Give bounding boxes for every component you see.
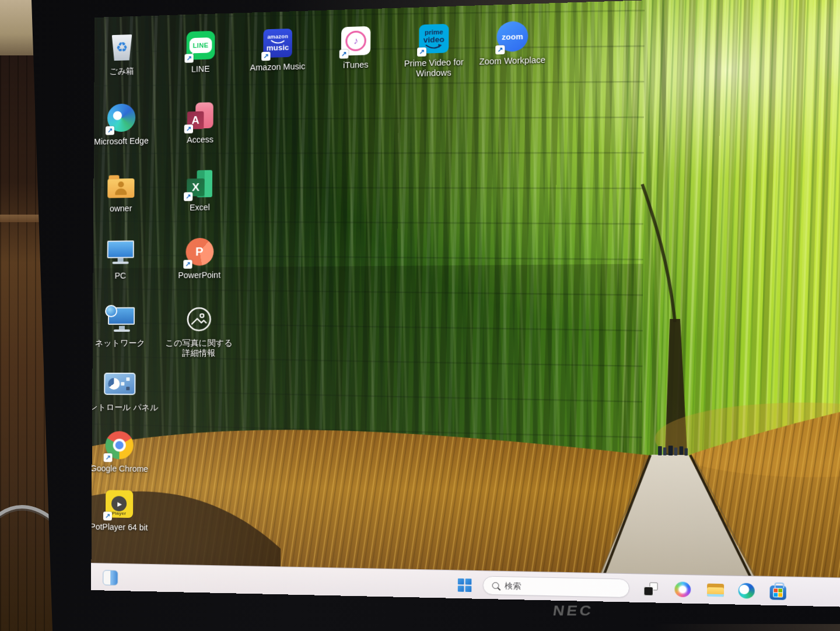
desktop-icon-itunes[interactable]: ♪ ↗ iTunes: [318, 23, 394, 72]
desktop-icon-label: PowerPoint: [163, 270, 236, 281]
desktop-icon-label: owner: [91, 203, 157, 214]
desktop-icon-label: Amazon Music: [240, 61, 315, 73]
desktop-icon-label: ごみ箱: [91, 65, 158, 77]
user-folder-icon: [91, 168, 158, 202]
screen: ♻ ごみ箱 LINE ↗ LINE amazon music ↗: [91, 0, 840, 612]
desktop-icon-label: Prime Video for Windows: [396, 57, 473, 80]
shortcut-arrow-icon: ↗: [184, 54, 193, 63]
copilot-icon: [674, 581, 691, 597]
desktop-icon-label: Microsoft Edge: [91, 136, 158, 148]
desktop-icon-photo-info[interactable]: この写真に関する詳細情報: [162, 303, 236, 358]
desktop-icon-label: Google Chrome: [91, 464, 156, 474]
potplayer-icon: ▶ Player ↗: [91, 487, 155, 521]
shortcut-arrow-icon: ↗: [340, 50, 349, 59]
search-icon: [492, 582, 499, 589]
store-icon: [770, 586, 786, 600]
shortcut-arrow-icon: ↗: [103, 453, 112, 462]
amazon-music-icon: amazon music ↗: [240, 26, 315, 61]
floor: [653, 624, 840, 631]
pc-monitor-icon: [91, 236, 157, 269]
desktop-icon-label: この写真に関する詳細情報: [162, 338, 236, 359]
task-view-button[interactable]: [641, 580, 660, 598]
shortcut-arrow-icon: ↗: [106, 126, 114, 135]
network-icon: [91, 303, 156, 336]
control-panel-icon: [91, 367, 156, 400]
widgets-icon: [103, 570, 118, 586]
desktop-icon-label: PotPlayer 64 bit: [91, 522, 155, 533]
access-icon: A ↗: [163, 99, 237, 133]
globe-icon: [105, 305, 117, 317]
desktop-icon-powerpoint[interactable]: P ↗ PowerPoint: [163, 234, 236, 281]
photo-of-monitor: ♻ ごみ箱 LINE ↗ LINE amazon music ↗: [0, 0, 840, 631]
desktop-icon-excel[interactable]: X ↗ Excel: [163, 167, 236, 213]
desktop-icon-label: PC: [91, 271, 157, 281]
desktop-icon-google-chrome[interactable]: ↗ Google Chrome: [91, 429, 156, 474]
powerpoint-icon: P ↗: [163, 234, 236, 268]
line-icon: LINE ↗: [164, 28, 237, 63]
desktop-icon-microsoft-edge[interactable]: ↗ Microsoft Edge: [91, 100, 158, 147]
chrome-icon: ↗: [91, 429, 156, 462]
desktop-icon-control-panel[interactable]: コントロール パネル: [91, 367, 156, 413]
play-icon: ▶: [111, 496, 127, 511]
desktop-icon-label: Access: [163, 134, 237, 146]
widgets-button[interactable]: [102, 569, 118, 586]
desktop-icon-label: ネットワーク: [91, 338, 156, 348]
copilot-button[interactable]: [673, 580, 692, 598]
file-explorer-button[interactable]: [706, 581, 725, 599]
windows-logo-icon: [457, 578, 471, 591]
microsoft-store-button[interactable]: [768, 582, 788, 601]
shortcut-arrow-icon: ↗: [103, 511, 112, 520]
desktop-icon-network[interactable]: ネットワーク: [91, 303, 156, 348]
picture-info-icon: [162, 303, 236, 336]
edge-button[interactable]: [737, 581, 756, 600]
edge-icon: ↗: [91, 100, 158, 135]
desktop-icon-zoom-workplace[interactable]: zoom ↗ Zoom Workplace: [474, 18, 552, 67]
desktop-icon-label: コントロール パネル: [91, 402, 164, 413]
shortcut-arrow-icon: ↗: [183, 260, 192, 269]
desktop-icon-amazon-music[interactable]: amazon music ↗ Amazon Music: [240, 26, 315, 73]
desktop-icon-access[interactable]: A ↗ Access: [163, 99, 237, 146]
desktop-icon-label: Excel: [163, 202, 236, 213]
start-button[interactable]: [455, 576, 473, 594]
monitor-brand-logo: NEC: [552, 603, 594, 619]
desktop-icon-label: Zoom Workplace: [474, 55, 552, 67]
taskbar-search[interactable]: 検索: [482, 576, 629, 598]
desktop-icon-recycle-bin[interactable]: ♻ ごみ箱: [91, 30, 158, 78]
itunes-icon: ♪ ↗: [318, 23, 394, 59]
shortcut-arrow-icon: ↗: [184, 192, 192, 201]
search-placeholder: 検索: [505, 580, 521, 591]
desktop-icon-label: iTunes: [318, 59, 394, 71]
shortcut-arrow-icon: ↗: [261, 52, 271, 61]
folder-icon: [706, 584, 723, 597]
desktop-icon-prime-video[interactable]: prime video ↗ Prime Video for Windows: [396, 21, 473, 80]
desktop-icon-owner-folder[interactable]: owner: [91, 168, 158, 214]
zoom-icon: zoom ↗: [474, 18, 552, 54]
task-view-icon: [643, 582, 657, 596]
desktop-icon-pc[interactable]: PC: [91, 236, 157, 281]
edge-icon: [738, 583, 755, 599]
prime-smile-icon: [425, 43, 443, 49]
desktop-icon-potplayer[interactable]: ▶ Player ↗ PotPlayer 64 bit: [91, 487, 155, 533]
shortcut-arrow-icon: ↗: [495, 45, 505, 54]
shortcut-arrow-icon: ↗: [417, 47, 426, 57]
excel-icon: X ↗: [163, 167, 237, 201]
desktop-icon-line[interactable]: LINE ↗ LINE: [164, 28, 238, 75]
recycle-bin-icon: ♻: [91, 30, 158, 65]
desktop-icon-label: LINE: [164, 63, 237, 75]
shortcut-arrow-icon: ↗: [184, 124, 193, 133]
prime-video-icon: prime video ↗: [396, 21, 473, 57]
